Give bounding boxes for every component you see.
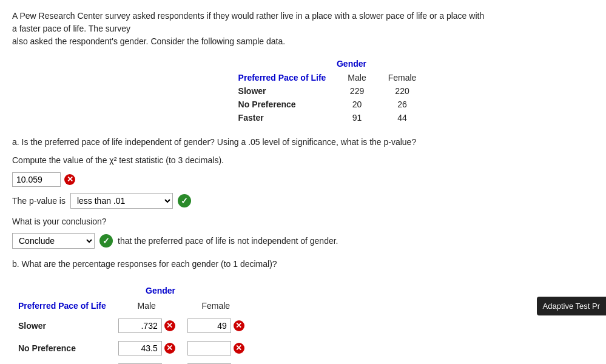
pct-table-row: Faster ✕ ✕ [12,359,251,364]
pct-female-cell: ✕ [181,336,251,359]
table-row: Slower 229 220 [227,84,428,98]
pct-male-cell: ✕ [112,314,181,336]
intro-paragraph: A Pew Research Center survey asked respo… [12,10,485,48]
conclusion-suffix: that the preferred pace of life is not i… [118,236,338,246]
chi-value-input[interactable] [12,172,61,187]
pct-male-cell: ✕ [112,359,181,364]
male-col-header: Male [337,71,377,84]
chi-error-icon[interactable]: ✕ [64,174,75,185]
pct-row-label: Slower [12,314,112,336]
pct-female-input[interactable] [187,318,231,333]
pct-female-error-icon[interactable]: ✕ [234,343,244,354]
conclusion-row: ConcludeDo not conclude ✓ that the prefe… [12,233,594,249]
conclude-dropdown[interactable]: ConcludeDo not conclude [12,233,95,249]
pct-row-label: Faster [12,359,112,364]
pct-female-input[interactable] [187,341,231,356]
question-a-text: a. Is the preferred pace of life indepen… [12,135,594,149]
row-label: Faster [227,111,337,124]
preferred-pace-header: Preferred Pace of Life [227,71,337,84]
data-table-section: Gender Preferred Pace of Life Male Femal… [12,59,594,124]
pct-row-label: No Preference [12,336,112,359]
female-value: 220 [377,84,428,98]
pct-male-error-icon[interactable]: ✕ [164,343,175,354]
question-b-text: b. What are the percentage responses for… [12,257,594,271]
row-label: No Preference [227,98,337,111]
pct-female-header: Female [181,298,251,314]
adaptive-test-badge[interactable]: Adaptive Test Pr [537,297,606,315]
chi-input-row: ✕ [12,172,594,187]
pct-female-cell: ✕ [181,314,251,336]
table-row: No Preference 20 26 [227,98,428,111]
pct-table: Preferred Pace of Life Male Female Slowe… [12,298,251,364]
table-row: Faster 91 44 [227,111,428,124]
pct-table-row: Slower ✕ ✕ [12,314,251,336]
pct-female-cell: ✕ [181,359,251,364]
intro-text-line2: also asked the respondent's gender. Cons… [12,36,285,46]
gender-header: Gender [337,59,366,69]
row-label: Slower [227,84,337,98]
pct-table-row: No Preference ✕ ✕ [12,336,251,359]
pct-male-input[interactable] [118,318,162,333]
female-col-header: Female [377,71,428,84]
intro-text-line1: A Pew Research Center survey asked respo… [12,11,484,33]
pct-male-input[interactable] [118,341,162,356]
pct-gender-header: Gender [146,286,175,295]
pct-preferred-header: Preferred Pace of Life [12,298,112,314]
pct-male-cell: ✕ [112,336,181,359]
male-value: 20 [337,98,377,111]
pvalue-label: The p-value is [12,196,66,206]
question-b-section: b. What are the percentage responses for… [12,257,594,364]
data-table: Preferred Pace of Life Male Female Slowe… [227,71,428,124]
female-value: 44 [377,111,428,124]
male-value: 229 [337,84,377,98]
pvalue-row: The p-value is less than .01between .01 … [12,193,594,209]
pct-female-error-icon[interactable]: ✕ [234,320,244,331]
pct-male-header: Male [112,298,181,314]
pct-male-error-icon[interactable]: ✕ [164,320,175,331]
pvalue-check-icon: ✓ [178,194,191,207]
compute-text: Compute the value of the χ² test statist… [12,153,594,167]
female-value: 26 [377,98,428,111]
conclude-check-icon: ✓ [99,234,113,248]
pvalue-dropdown[interactable]: less than .01between .01 and .025between… [70,193,173,209]
male-value: 91 [337,111,377,124]
pct-table-wrapper: Gender Preferred Pace of Life Male Femal… [12,286,594,364]
conclusion-question: What is your conclusion? [12,215,594,228]
